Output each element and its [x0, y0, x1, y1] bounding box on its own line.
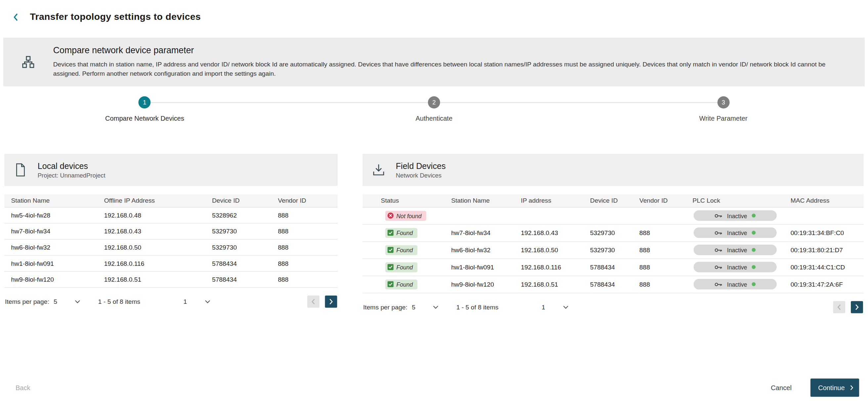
cell-vendor-id: 888: [278, 271, 338, 287]
range-label: 1 - 5 of 8 items: [98, 298, 140, 305]
chevron-down-icon[interactable]: [75, 300, 81, 303]
column-header-offline-ip: Offline IP Address: [104, 194, 212, 207]
items-per-page-select[interactable]: 5: [54, 298, 57, 305]
cell-station-name: hw9-8iol-fw120: [451, 276, 521, 293]
cell-ip-address: [521, 207, 590, 224]
column-header-station-name: Station Name: [4, 194, 104, 207]
cell-status: Found: [381, 276, 452, 293]
column-header-plc-lock: PLC Lock: [692, 194, 790, 207]
step-1-label: Compare Network Devices: [105, 115, 184, 122]
cell-station-name: hw1-8iol-fw091: [4, 255, 104, 271]
compare-panels: Local devices Project: UnnamedProject St…: [0, 154, 868, 313]
plc-lock-state: Inactive: [727, 264, 747, 270]
plc-lock-toggle[interactable]: Inactive: [694, 262, 777, 272]
cell-device-id: 5329730: [590, 224, 640, 241]
selection-column-header: [363, 194, 381, 207]
status-badge-not-found: Not found: [385, 211, 426, 220]
cancel-button[interactable]: Cancel: [771, 384, 792, 392]
status-text: Found: [397, 229, 413, 236]
plc-lock-toggle[interactable]: Inactive: [694, 279, 777, 289]
local-devices-title: Local devices: [38, 161, 105, 170]
cell-vendor-id: 888: [278, 223, 338, 239]
cell-device-id: 5329730: [590, 241, 640, 258]
prev-page-button[interactable]: [833, 301, 845, 313]
status-dot-icon: [752, 248, 755, 252]
cell-station-name: hw6-8iol-fw32: [4, 239, 104, 255]
local-device-row: hw7-8iol-fw34 192.168.0.43 5329730 888: [4, 223, 338, 239]
key-icon: [715, 282, 722, 286]
chevron-down-icon[interactable]: [205, 300, 210, 303]
column-header-mac-address: MAC Address: [790, 194, 864, 207]
cell-vendor-id: 888: [278, 239, 338, 255]
field-devices-pagination: Items per page: 5 1 - 5 of 8 items 1: [363, 293, 864, 313]
column-header-status: Status: [381, 194, 452, 207]
chevron-down-icon[interactable]: [433, 305, 439, 308]
cell-offline-ip: 192.168.0.50: [104, 239, 212, 255]
plc-lock-state: Inactive: [727, 229, 747, 236]
check-icon: [388, 247, 394, 253]
wizard-stepper: 1 Compare Network Devices 2 Authenticate…: [0, 89, 868, 137]
status-badge-found: Found: [385, 228, 417, 238]
topology-icon: [3, 56, 53, 68]
cell-mac-address: 00:19:31:44:C1:CD: [790, 258, 864, 276]
cell-station-name: hw7-8iol-fw34: [451, 224, 521, 241]
cell-device-id: 5788434: [212, 255, 278, 271]
cell-mac-address: 00:19:31:47:2A:6F: [790, 276, 864, 293]
cell-station-name: hw1-8iol-fw091: [451, 258, 521, 276]
cell-station-name: hw6-8iol-fw32: [451, 241, 521, 258]
column-header-vendor-id: Vendor ID: [278, 194, 338, 207]
cell-vendor-id: 888: [278, 255, 338, 271]
page-select[interactable]: 1: [184, 298, 187, 305]
step-1-circle: 1: [138, 96, 151, 109]
key-icon: [715, 213, 722, 218]
items-per-page-label: Items per page:: [363, 304, 407, 310]
local-devices-panel: Local devices Project: UnnamedProject St…: [4, 154, 338, 307]
cell-device-id: 5788434: [590, 276, 640, 293]
cell-station-name: [451, 207, 521, 224]
back-button[interactable]: Back: [16, 384, 30, 392]
local-devices-table: Station Name Offline IP Address Device I…: [4, 194, 338, 288]
cell-ip-address: 192.168.0.50: [521, 241, 590, 258]
cell-device-id: 5329730: [212, 239, 278, 255]
status-dot-icon: [752, 214, 755, 218]
local-devices-header: Local devices Project: UnnamedProject: [4, 154, 338, 186]
cell-plc-lock: Inactive: [692, 258, 790, 276]
back-chevron-icon[interactable]: [9, 10, 22, 24]
field-devices-subtitle: Network Devices: [396, 172, 446, 179]
column-header-ip-address: IP address: [521, 194, 590, 207]
status-text: Found: [397, 281, 413, 288]
prev-page-button[interactable]: [307, 295, 319, 307]
plc-lock-toggle[interactable]: Inactive: [694, 245, 777, 255]
cell-station-name: hw9-8iol-fw120: [4, 271, 104, 287]
step-compare-network-devices: 1 Compare Network Devices: [0, 89, 289, 122]
plc-lock-toggle[interactable]: Inactive: [694, 227, 777, 238]
cell-vendor-id: [640, 207, 693, 224]
cell-mac-address: [790, 207, 864, 224]
cell-vendor-id: 888: [640, 276, 693, 293]
cell-vendor-id: 888: [640, 258, 693, 276]
cell-vendor-id: 888: [640, 241, 693, 258]
check-icon: [388, 230, 394, 236]
column-header-station-name: Station Name: [451, 194, 521, 207]
continue-label: Continue: [818, 384, 844, 392]
local-device-row: hw1-8iol-fw091 192.168.0.116 5788434 888: [4, 255, 338, 271]
plc-lock-state: Inactive: [727, 212, 747, 219]
step-3-label: Write Parameter: [700, 115, 748, 122]
page-select[interactable]: 1: [541, 304, 545, 310]
items-per-page-select[interactable]: 5: [412, 304, 415, 310]
cell-ip-address: 192.168.0.43: [521, 224, 590, 241]
cell-ip-address: 192.168.0.116: [521, 258, 590, 276]
cell-offline-ip: 192.168.0.48: [104, 207, 212, 223]
cell-status: Found: [381, 224, 452, 241]
local-device-row: hw9-8iol-fw120 192.168.0.51 5788434 888: [4, 271, 338, 287]
cell-mac-address: 00:19:31:80:21:D7: [790, 241, 864, 258]
next-page-button[interactable]: [851, 301, 863, 313]
cell-selection: [363, 207, 381, 224]
continue-button[interactable]: Continue: [810, 378, 859, 397]
next-page-button[interactable]: [325, 295, 337, 307]
status-badge-found: Found: [385, 279, 417, 289]
chevron-down-icon[interactable]: [563, 305, 568, 308]
wizard-footer: Back Cancel Continue: [0, 375, 868, 401]
plc-lock-toggle[interactable]: Inactive: [694, 210, 777, 221]
cell-device-id: 5329730: [212, 223, 278, 239]
